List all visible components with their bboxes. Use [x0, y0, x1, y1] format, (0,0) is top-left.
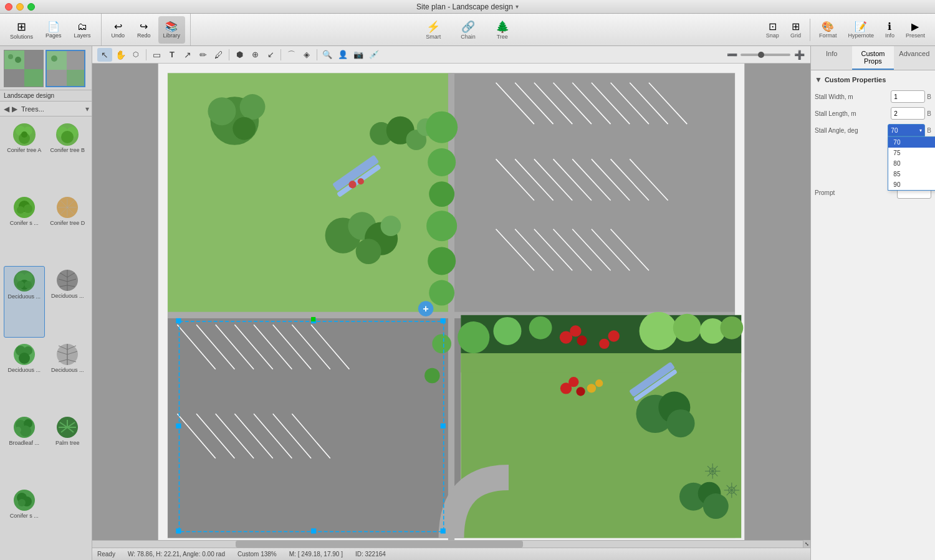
hypernote-button[interactable]: 📝 Hypernote — [843, 18, 879, 41]
right-panel-tabs: Info Custom Props Advanced — [811, 46, 935, 70]
stall-angle-dropdown[interactable]: 70 ▾ 70 75 80 85 90 — [888, 124, 925, 136]
tab-advanced[interactable]: Advanced — [894, 46, 935, 70]
select-tool[interactable]: ↖ — [97, 48, 112, 62]
node2-tool[interactable]: ◈ — [299, 48, 314, 62]
section-collapse-icon[interactable]: ▼ — [815, 75, 822, 84]
search-tool[interactable]: 🔍 — [320, 48, 335, 62]
tab-info[interactable]: Info — [811, 46, 852, 70]
library-item-deciduous-2[interactable]: Deciduous ... — [47, 266, 89, 338]
stall-angle-dropdown-list: 70 75 80 85 90 — [888, 136, 935, 191]
svg-point-12 — [51, 55, 57, 62]
svg-point-102 — [426, 211, 457, 241]
snap-button[interactable]: ⊡ Snap — [761, 18, 784, 41]
library-back-button[interactable]: ◀ — [2, 105, 11, 113]
stall-width-input[interactable] — [891, 90, 925, 103]
zoom-in-button[interactable]: ➕ — [793, 49, 805, 61]
svg-point-167 — [720, 316, 743, 339]
text-tool[interactable]: T — [165, 48, 180, 62]
stamp-tool[interactable]: ⬢ — [232, 48, 247, 62]
freehand-tool[interactable]: ✏ — [196, 48, 211, 62]
svg-rect-10 — [47, 70, 67, 87]
dropdown-option-70[interactable]: 70 — [888, 137, 935, 148]
svg-point-5 — [8, 54, 13, 59]
edit-tool[interactable]: ✋ — [113, 48, 128, 62]
zoom-slider[interactable] — [741, 54, 790, 56]
crop-tool[interactable]: ⊕ — [247, 48, 262, 62]
pages-button[interactable]: 📄 Pages — [41, 16, 67, 44]
section-title: Custom Properties — [825, 76, 886, 83]
svg-point-162 — [493, 317, 521, 345]
dropdown-option-75[interactable]: 75 — [888, 148, 935, 158]
page-thumbnail-2[interactable] — [46, 50, 85, 87]
tab-custom-props[interactable]: Custom Props — [852, 46, 893, 70]
svg-rect-1 — [4, 50, 24, 69]
present-button[interactable]: ▶ Present — [901, 18, 930, 41]
eyedrop-tool[interactable]: 💉 — [367, 48, 381, 62]
pen-tool[interactable]: 🖊 — [211, 48, 226, 62]
dropdown-option-80[interactable]: 80 — [888, 158, 935, 169]
h-scrollbar[interactable]: ⤡ — [92, 540, 810, 548]
library-item-broadleaf[interactable]: Broadleaf ... — [4, 413, 45, 483]
arrow-right-tool[interactable]: ↙ — [263, 48, 278, 62]
format-button[interactable]: 🎨 Format — [814, 18, 842, 41]
svg-rect-78 — [168, 315, 461, 538]
lib-item-label: Deciduous ... — [51, 367, 84, 373]
library-item-conifer-b[interactable]: Conifer tree B — [47, 120, 89, 191]
chain-button[interactable]: 🔗 Chain — [453, 17, 483, 42]
status-dimensions: W: 78.86, H: 22.21, Angle: 0.00 rad — [128, 551, 225, 558]
connect-tool[interactable]: ↗ — [180, 48, 195, 62]
library-item-palm[interactable]: Palm tree — [47, 413, 89, 483]
title-bar: Site plan - Landscape design ▾ — [0, 0, 935, 14]
library-item-deciduous-3[interactable]: Deciduous ... — [4, 340, 45, 411]
fit-icon[interactable]: ⤡ — [803, 540, 810, 548]
solutions-button[interactable]: ⊞ Solutions — [5, 16, 38, 44]
svg-rect-80 — [448, 73, 454, 548]
svg-point-174 — [595, 379, 603, 387]
smart-button[interactable]: ⚡ Smart — [418, 17, 448, 42]
library-item-conifer-s2[interactable]: Conifer s ... — [4, 486, 45, 556]
close-button[interactable] — [5, 3, 12, 11]
library-nav: ◀ ▶ Trees... ▾ — [0, 102, 92, 116]
stall-length-input[interactable] — [891, 107, 925, 120]
library-forward-button[interactable]: ▶ — [11, 105, 19, 113]
svg-point-60 — [20, 425, 31, 437]
info-button[interactable]: ℹ Info — [880, 18, 899, 41]
page-thumbnail-1[interactable] — [4, 50, 44, 87]
svg-point-161 — [458, 321, 489, 353]
library-item-deciduous-4[interactable]: Deciduous ... — [47, 340, 89, 411]
window-title-dropdown[interactable]: ▾ — [515, 3, 519, 10]
curve-tool[interactable]: ⌒ — [284, 48, 299, 62]
node-tool[interactable]: ⬡ — [128, 48, 143, 62]
layers-button[interactable]: 🗂 Layers — [69, 16, 96, 44]
library-expand-icon[interactable]: ▾ — [85, 105, 89, 113]
user-tool[interactable]: 👤 — [335, 48, 350, 62]
library-item-conifer-s[interactable]: Conifer s ... — [4, 193, 45, 263]
dropdown-option-90[interactable]: 90 — [888, 179, 935, 190]
maximize-button[interactable] — [27, 3, 35, 11]
undo-button[interactable]: ↩ Undo — [107, 16, 130, 44]
zoom-out-button[interactable]: ➖ — [726, 49, 738, 61]
rectangle-tool[interactable]: ▭ — [149, 48, 164, 62]
library-button[interactable]: 📚 Library — [158, 16, 186, 44]
svg-point-106 — [424, 368, 440, 384]
camera-tool[interactable]: 📷 — [351, 48, 366, 62]
lib-item-label: Palm tree — [55, 440, 80, 446]
library-item-deciduous-1[interactable]: Deciduous ... — [4, 266, 45, 338]
svg-rect-11 — [67, 70, 85, 87]
svg-point-48 — [19, 353, 30, 364]
library-item-conifer-a[interactable]: Conifer tree A — [4, 120, 45, 191]
svg-point-21 — [61, 131, 74, 143]
grid-button[interactable]: ⊞ Grid — [785, 18, 806, 41]
svg-point-176 — [568, 377, 578, 387]
minimize-button[interactable] — [16, 3, 24, 11]
svg-point-36 — [24, 281, 32, 288]
svg-point-17 — [21, 131, 27, 138]
library-grid: Conifer tree A Conifer tree B — [0, 116, 92, 560]
dropdown-option-85[interactable]: 85 — [888, 169, 935, 179]
status-mode[interactable]: Custom 138% — [237, 551, 277, 558]
stall-angle-unit: B — [927, 127, 931, 134]
redo-button[interactable]: ↪ Redo — [132, 16, 156, 44]
library-item-conifer-d[interactable]: Conifer tree D — [47, 193, 89, 263]
tree-button[interactable]: 🌲 Tree — [488, 17, 517, 42]
canvas-area[interactable]: + — [92, 64, 810, 548]
